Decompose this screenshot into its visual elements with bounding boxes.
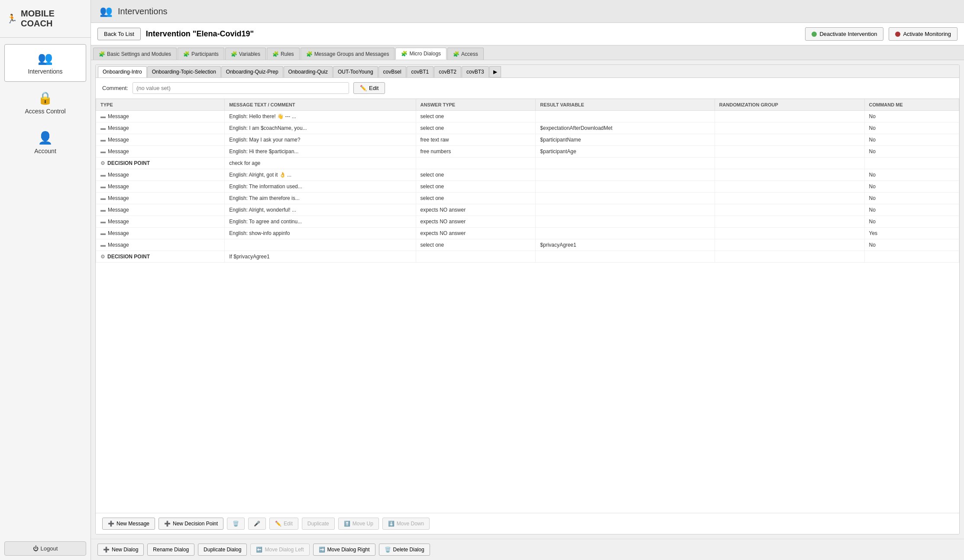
message-type-label: Message bbox=[108, 113, 129, 119]
activate-monitoring-label: Activate Monitoring bbox=[903, 31, 951, 37]
logout-button[interactable]: ⏻ Logout bbox=[4, 541, 86, 556]
row-handle-icon: ▬ bbox=[100, 195, 106, 201]
tab-label-variables: Variables bbox=[239, 51, 260, 57]
table-row[interactable]: ▬MessageEnglish: To agree and continu...… bbox=[96, 216, 959, 228]
tab-rules[interactable]: 🧩 Rules bbox=[267, 48, 300, 60]
duplicate-dialog-button[interactable]: Duplicate Dialog bbox=[198, 544, 247, 556]
back-to-list-button[interactable]: Back To List bbox=[97, 28, 141, 40]
new-decision-point-button[interactable]: ➕ New Decision Point bbox=[159, 518, 223, 530]
table-row[interactable]: ▬MessageEnglish: Alright, wonderful! ...… bbox=[96, 204, 959, 216]
new-message-button[interactable]: ➕ New Message bbox=[102, 518, 155, 530]
mic-icon: 🎤 bbox=[254, 521, 260, 527]
logo-area: 🏃 MOBILE COACH bbox=[0, 4, 91, 38]
deactivate-intervention-button[interactable]: Deactivate Intervention bbox=[805, 27, 883, 41]
tab-variables[interactable]: 🧩 Variables bbox=[225, 48, 266, 60]
cell-randomization bbox=[715, 251, 864, 263]
cell-result-variable bbox=[536, 228, 715, 239]
edit-button[interactable]: ✏️ Edit bbox=[269, 518, 298, 530]
message-type-label: Message bbox=[108, 125, 129, 131]
dialog-tab-covbsel[interactable]: covBsel bbox=[378, 66, 406, 77]
move-up-icon: ⬆️ bbox=[344, 521, 350, 527]
dialog-tab-quiz-prep[interactable]: Onboarding-Quiz-Prep bbox=[221, 66, 283, 77]
tab-basic-settings[interactable]: 🧩 Basic Settings and Modules bbox=[93, 48, 177, 60]
dialog-tab-quiz[interactable]: Onboarding-Quiz bbox=[284, 66, 333, 77]
sidebar-item-interventions[interactable]: 👥 Interventions bbox=[4, 44, 86, 82]
tab-message-groups[interactable]: 🧩 Message Groups and Messages bbox=[301, 48, 395, 60]
row-handle-icon: ▬ bbox=[100, 207, 106, 213]
deactivate-status-dot bbox=[812, 32, 817, 37]
dialog-tabs: Onboarding-Intro Onboarding-Topic-Select… bbox=[96, 65, 959, 78]
table-row[interactable]: ⚙DECISION POINTIf $privacyAgree1 bbox=[96, 251, 959, 263]
dialog-tab-label-7: covBT2 bbox=[439, 69, 456, 75]
table-row[interactable]: ▬MessageEnglish: I am $coachName, you...… bbox=[96, 122, 959, 134]
cell-type: ▬Message bbox=[96, 239, 225, 251]
cell-text: English: Hello there! 👋 --- ... bbox=[225, 111, 416, 122]
dialog-tab-topic-selection[interactable]: Onboarding-Topic-Selection bbox=[147, 66, 221, 77]
move-dialog-right-button[interactable]: ➡️ Move Dialog Right bbox=[313, 544, 375, 556]
message-type-label: Message bbox=[108, 183, 129, 190]
tab-micro-dialogs[interactable]: 🧩 Micro Dialogs bbox=[395, 48, 446, 60]
tab-participants[interactable]: 🧩 Participants bbox=[178, 48, 224, 60]
table-row[interactable]: ▬MessageEnglish: May I ask your name?fre… bbox=[96, 134, 959, 146]
cell-command: No bbox=[864, 169, 959, 181]
cell-answer-type: free numbers bbox=[416, 146, 536, 158]
tab-label-micro-dialogs: Micro Dialogs bbox=[409, 51, 441, 57]
dialog-tab-onboarding-intro[interactable]: Onboarding-Intro bbox=[98, 66, 147, 77]
move-dialog-left-button[interactable]: ⬅️ Move Dialog Left bbox=[250, 544, 309, 556]
activate-monitoring-button[interactable]: Activate Monitoring bbox=[889, 27, 958, 41]
duplicate-button[interactable]: Duplicate bbox=[302, 518, 335, 530]
move-left-label: Move Dialog Left bbox=[265, 547, 304, 553]
tab-icon-basic: 🧩 bbox=[99, 51, 105, 57]
table-row[interactable]: ▬MessageEnglish: Alright, got it 👌 ...se… bbox=[96, 169, 959, 181]
rename-dialog-button[interactable]: Rename Dialog bbox=[147, 544, 194, 556]
move-down-icon: ⬇️ bbox=[388, 521, 395, 527]
sidebar-item-account[interactable]: 👤 Account bbox=[4, 124, 86, 161]
table-row[interactable]: ▬MessageEnglish: show-info appinfoexpect… bbox=[96, 228, 959, 239]
row-handle-icon: ▬ bbox=[100, 183, 106, 190]
dialog-action-bar: ➕ New Dialog Rename Dialog Duplicate Dia… bbox=[91, 539, 964, 560]
intervention-title: Intervention "Elena-Covid19" bbox=[146, 29, 800, 39]
cell-randomization bbox=[715, 204, 864, 216]
sidebar-item-access-control[interactable]: 🔒 Access Control bbox=[4, 84, 86, 122]
table-row[interactable]: ▬MessageEnglish: The aim therefore is...… bbox=[96, 193, 959, 204]
logo-text: MOBILE COACH bbox=[21, 9, 84, 29]
message-type-label: Message bbox=[108, 207, 129, 213]
dialog-tab-next[interactable]: ▶ bbox=[489, 66, 501, 77]
table-row[interactable]: ▬MessageEnglish: The information used...… bbox=[96, 181, 959, 193]
record-button[interactable]: 🎤 bbox=[248, 518, 266, 530]
table-row[interactable]: ▬MessageEnglish: Hello there! 👋 --- ...s… bbox=[96, 111, 959, 122]
new-message-icon: ➕ bbox=[108, 521, 114, 527]
move-down-button[interactable]: ⬇️ Move Down bbox=[382, 518, 430, 530]
delete-dialog-icon: 🗑️ bbox=[385, 547, 391, 553]
comment-input[interactable] bbox=[133, 82, 349, 94]
cell-type: ▬Message bbox=[96, 146, 225, 158]
cell-text: English: Alright, got it 👌 ... bbox=[225, 169, 416, 181]
row-handle-icon: ▬ bbox=[100, 137, 106, 143]
dialog-tab-covbt1[interactable]: covBT1 bbox=[407, 66, 434, 77]
cell-text: English: The information used... bbox=[225, 181, 416, 193]
cell-command: Yes bbox=[864, 228, 959, 239]
cell-result-variable: $participantName bbox=[536, 134, 715, 146]
edit-comment-button[interactable]: ✏️ Edit bbox=[353, 82, 385, 94]
tab-access[interactable]: 🧩 Access bbox=[447, 48, 484, 60]
new-decision-label: New Decision Point bbox=[173, 521, 218, 527]
dialog-tab-covbt3[interactable]: covBT3 bbox=[462, 66, 489, 77]
inner-card: Onboarding-Intro Onboarding-Topic-Select… bbox=[95, 64, 960, 534]
move-up-button[interactable]: ⬆️ Move Up bbox=[338, 518, 379, 530]
cell-answer-type: select one bbox=[416, 193, 536, 204]
delete-button[interactable]: 🗑️ bbox=[227, 518, 245, 530]
new-dialog-icon: ➕ bbox=[103, 547, 110, 553]
interventions-label: Interventions bbox=[28, 68, 62, 75]
table-row[interactable]: ⚙DECISION POINTcheck for age bbox=[96, 158, 959, 169]
access-control-icon: 🔒 bbox=[38, 91, 53, 105]
cell-type: ▬Message bbox=[96, 193, 225, 204]
cell-randomization bbox=[715, 146, 864, 158]
new-dialog-button[interactable]: ➕ New Dialog bbox=[97, 544, 144, 556]
delete-dialog-button[interactable]: 🗑️ Delete Dialog bbox=[379, 544, 430, 556]
table-row[interactable]: ▬Messageselect one$privacyAgree1No bbox=[96, 239, 959, 251]
dialog-tab-covbt2[interactable]: covBT2 bbox=[434, 66, 461, 77]
table-row[interactable]: ▬MessageEnglish: Hi there $participan...… bbox=[96, 146, 959, 158]
dialog-tab-out-tooyoung[interactable]: OUT-TooYoung bbox=[333, 66, 378, 77]
cell-text bbox=[225, 239, 416, 251]
cell-answer-type: select one bbox=[416, 239, 536, 251]
